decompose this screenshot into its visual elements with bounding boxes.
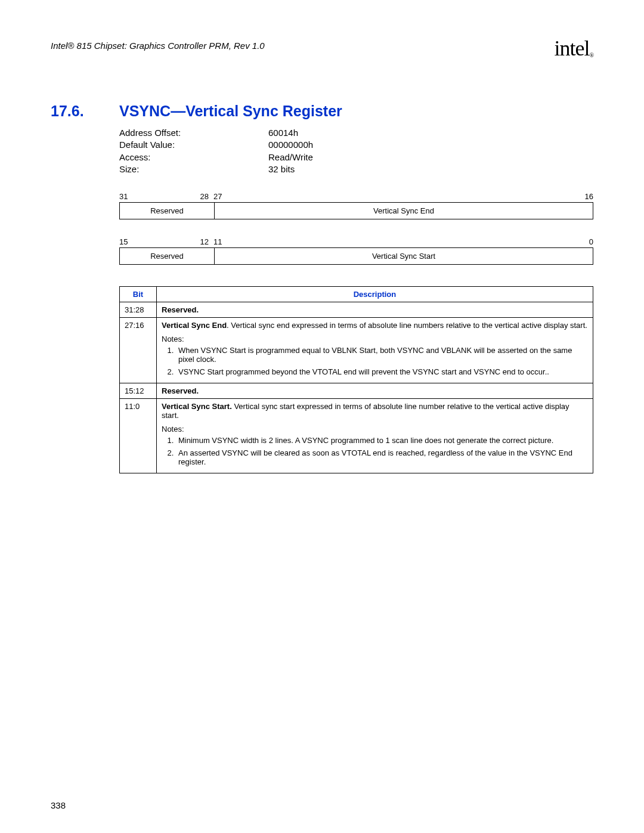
bit-num: 31 bbox=[119, 192, 131, 201]
prop-value: Read/Write bbox=[268, 151, 313, 163]
prop-label: Access: bbox=[119, 151, 268, 163]
bit-range: 27:16 bbox=[120, 318, 157, 383]
bit-range: 11:0 bbox=[120, 399, 157, 473]
prop-label: Address Offset: bbox=[119, 127, 268, 139]
note-item: When VSYNC Start is programmed equal to … bbox=[176, 346, 588, 364]
bit-range: 31:28 bbox=[120, 302, 157, 318]
bit-num: 27 bbox=[211, 192, 231, 201]
section-heading: 17.6.VSYNC—Vertical Sync Register bbox=[51, 103, 593, 120]
page-header: Intel® 815 Chipset: Graphics Controller … bbox=[51, 36, 593, 61]
prop-value: 60014h bbox=[268, 127, 298, 139]
bit-range: 15:12 bbox=[120, 383, 157, 399]
section-number: 17.6. bbox=[51, 103, 119, 120]
bit-field: Reserved bbox=[120, 203, 215, 219]
registered-icon: ® bbox=[589, 52, 593, 58]
desc-title: Vertical Sync Start. bbox=[162, 402, 232, 411]
desc-title: Vertical Sync End bbox=[162, 321, 227, 330]
table-header-description: Description bbox=[157, 287, 593, 302]
section-title: VSYNC—Vertical Sync Register bbox=[119, 103, 342, 119]
note-item: Minimum VSYNC width is 2 lines. A VSYNC … bbox=[176, 436, 588, 445]
page: Intel® 815 Chipset: Graphics Controller … bbox=[0, 0, 644, 833]
document-title: Intel® 815 Chipset: Graphics Controller … bbox=[51, 36, 265, 51]
prop-label: Default Value: bbox=[119, 139, 268, 151]
bit-diagram-lower: 15 12 11 0 Reserved Vertical Sync Start bbox=[119, 237, 593, 265]
desc-title: Reserved. bbox=[162, 386, 199, 395]
page-number: 338 bbox=[51, 800, 66, 810]
table-header-bit: Bit bbox=[120, 287, 157, 302]
notes-label: Notes: bbox=[162, 335, 588, 343]
logo-text: intel bbox=[554, 36, 589, 60]
bit-num: 11 bbox=[211, 237, 231, 246]
bit-num: 28 bbox=[131, 192, 211, 201]
prop-value: 32 bits bbox=[268, 163, 295, 175]
table-row: 11:0 Vertical Sync Start. Vertical sync … bbox=[120, 399, 593, 473]
bit-description-table: Bit Description 31:28 Reserved. 27:16 Ve… bbox=[119, 286, 593, 473]
prop-label: Size: bbox=[119, 163, 268, 175]
note-item: An asserted VSYNC will be cleared as soo… bbox=[176, 448, 588, 466]
table-row: 31:28 Reserved. bbox=[120, 302, 593, 318]
table-row: 27:16 Vertical Sync End. Vertical sync e… bbox=[120, 318, 593, 383]
table-row: 15:12 Reserved. bbox=[120, 383, 593, 399]
prop-value: 00000000h bbox=[268, 139, 313, 151]
desc-title: Reserved. bbox=[162, 305, 199, 314]
bit-diagram-upper: 31 28 27 16 Reserved Vertical Sync End bbox=[119, 192, 593, 219]
intel-logo: intel® bbox=[554, 36, 593, 61]
bit-num: 0 bbox=[578, 237, 593, 246]
notes-label: Notes: bbox=[162, 425, 588, 433]
bit-num: 16 bbox=[578, 192, 593, 201]
register-properties: Address Offset: 60014h Default Value: 00… bbox=[119, 127, 593, 175]
bit-field: Vertical Sync Start bbox=[215, 248, 593, 264]
bit-num: 15 bbox=[119, 237, 131, 246]
desc-text: . Vertical sync end expressed in terms o… bbox=[227, 321, 587, 330]
bit-num: 12 bbox=[131, 237, 211, 246]
note-item: VSYNC Start programmed beyond the VTOTAL… bbox=[176, 367, 588, 376]
bit-field: Reserved bbox=[120, 248, 215, 264]
bit-field: Vertical Sync End bbox=[215, 203, 593, 219]
